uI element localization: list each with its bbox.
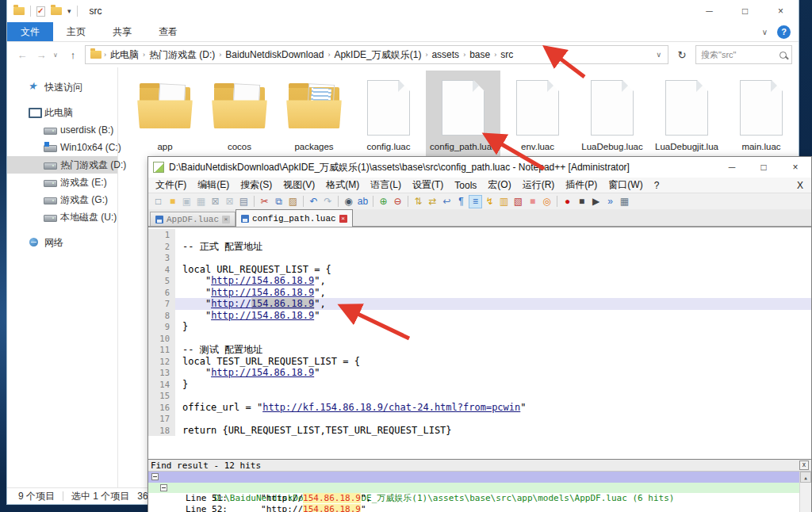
minimize-button[interactable]: ─ <box>691 0 727 22</box>
file-tile-main-luac[interactable]: main.luac <box>724 71 799 156</box>
search-input[interactable]: 搜索"src" <box>695 45 792 64</box>
close-doc-icon[interactable]: ⊠ <box>209 195 222 208</box>
code-line[interactable]: 4local URL_REQUEST_LIST = { <box>148 264 811 276</box>
code-line[interactable]: 15 <box>148 390 811 402</box>
up-button[interactable]: ↑ <box>66 49 80 61</box>
ribbon-collapse-icon[interactable]: ∨ <box>762 28 768 36</box>
word-wrap-icon[interactable]: ↩ <box>440 195 454 208</box>
code-line[interactable]: 6 "http://154.86.18.9", <box>148 287 811 299</box>
document-tab-config-path-luac[interactable]: config_path.luac× <box>236 209 353 227</box>
find-result-hit-line[interactable]: Line 52: "http://154.86.18.9" <box>148 504 811 512</box>
code-editor[interactable]: 12-- 正式 配置地址34local URL_REQUEST_LIST = {… <box>148 227 811 459</box>
cut-icon[interactable]: ✂ <box>258 195 271 208</box>
file-tile-app[interactable]: app <box>128 71 202 156</box>
sidebar-item-userdisk-b[interactable]: userdisk (B:) <box>7 121 117 139</box>
scroll-up-icon[interactable]: ▲ <box>800 472 811 483</box>
npp-maximize-button[interactable]: □ <box>748 157 779 178</box>
copy-icon[interactable]: ⧉ <box>272 195 285 208</box>
sidebar-item-network[interactable]: 网络 <box>7 234 117 251</box>
file-tile-cocos[interactable]: cocos <box>202 71 277 156</box>
doc-map-icon[interactable]: ▥ <box>497 195 511 208</box>
menu-item-format[interactable]: 格式(M) <box>320 178 365 192</box>
collapse-icon[interactable] <box>151 473 159 480</box>
tab-close-icon[interactable]: × <box>339 215 347 223</box>
close-button[interactable]: × <box>763 0 799 22</box>
qat-dropdown-icon[interactable]: ▾ <box>67 7 71 15</box>
sidebar-item-game-e[interactable]: 游戏盘 (E:) <box>7 174 117 191</box>
code-line[interactable]: 5 "http://154.86.18.9", <box>148 275 811 287</box>
paste-icon[interactable]: ▨ <box>286 195 300 208</box>
code-line[interactable]: 18return {URL_REQUEST_LIST,TEST_URL_REQU… <box>148 425 811 437</box>
find-result-close-icon[interactable]: x <box>799 460 809 470</box>
menu-item-view[interactable]: 视图(V) <box>278 178 320 192</box>
sidebar-item-this-pc[interactable]: 此电脑 <box>7 104 117 121</box>
breadcrumb-item[interactable]: base <box>466 49 493 60</box>
save-icon[interactable]: ▣ <box>180 195 193 208</box>
breadcrumb[interactable]: ›此电脑›热门游戏盘 (D:)›BaiduNetdiskDownload›Apk… <box>85 45 668 64</box>
zoom-out-icon[interactable]: ⊖ <box>391 195 404 208</box>
menu-item-help[interactable]: ? <box>649 180 665 191</box>
monitoring-icon[interactable]: ◎ <box>540 195 553 208</box>
search-icon[interactable] <box>779 52 787 59</box>
file-tile-luadebugjit-lua[interactable]: LuaDebugjit.lua <box>649 71 724 156</box>
code-line[interactable]: 10 <box>148 333 811 345</box>
menu-item-settings[interactable]: 设置(T) <box>407 178 449 192</box>
sidebar-item-local-u[interactable]: 本地磁盘 (U:) <box>7 208 117 226</box>
breadcrumb-item[interactable]: 热门游戏盘 (D:) <box>146 48 218 62</box>
macro-play-icon[interactable]: ▶ <box>589 195 603 208</box>
undo-icon[interactable]: ↶ <box>307 195 320 208</box>
tab-close-icon[interactable]: × <box>222 216 230 224</box>
help-button[interactable]: ? <box>777 25 791 39</box>
sidebar-item-hot-game-d[interactable]: 热门游戏盘 (D:) <box>7 156 117 174</box>
define-language-icon[interactable]: ↯ <box>483 195 496 208</box>
ribbon-tab-home[interactable]: 主页 <box>53 22 99 41</box>
code-line[interactable]: 3 <box>148 252 811 264</box>
menu-item-file[interactable]: 文件(F) <box>150 178 192 192</box>
menu-item-search[interactable]: 搜索(S) <box>235 178 278 192</box>
folder-workspace-icon[interactable]: ■ <box>526 195 539 208</box>
redo-icon[interactable]: ↷ <box>321 195 335 208</box>
breadcrumb-item[interactable]: 此电脑 <box>107 48 142 62</box>
replace-icon[interactable]: ab <box>356 195 370 208</box>
open-folder-icon[interactable]: ■ <box>166 195 179 208</box>
code-line[interactable]: 16office_url = "http://kf.154.86.18.9/ch… <box>148 402 811 414</box>
sync-horizontal-icon[interactable]: ⇄ <box>426 195 439 208</box>
find-icon[interactable]: ◉ <box>342 195 355 208</box>
menu-item-plugins[interactable]: 插件(P) <box>560 178 603 192</box>
menu-item-language[interactable]: 语言(L) <box>365 178 407 192</box>
menu-item-tools[interactable]: Tools <box>449 180 482 191</box>
code-line[interactable]: 8 "http://154.86.18.9" <box>148 310 811 322</box>
sidebar-item-quick-access[interactable]: 快速访问 <box>7 78 117 96</box>
code-line[interactable]: 11-- 测试 配置地址 <box>148 344 811 356</box>
address-dropdown-icon[interactable]: ∨ <box>653 51 665 59</box>
find-result-search-line[interactable]: Search "154.86.18.9" (12 hits in 2 files… <box>148 472 811 483</box>
code-line[interactable]: 9} <box>148 321 811 333</box>
new-folder-icon[interactable] <box>51 7 62 15</box>
code-line[interactable]: 13 "http://154.86.18.9" <box>148 367 811 379</box>
breadcrumb-item[interactable]: ApkIDE_万威娱乐(1) <box>331 48 424 62</box>
file-tile-luadebug-luac[interactable]: LuaDebug.luac <box>575 71 649 156</box>
breadcrumb-item[interactable]: assets <box>428 49 462 60</box>
ribbon-tab-file[interactable]: 文件 <box>7 22 53 41</box>
find-result-scrollbar[interactable]: ▲ <box>799 472 811 512</box>
show-all-chars-icon[interactable]: ¶ <box>454 195 468 208</box>
code-line[interactable]: 12local TEST_URL_REQUEST_LIST = { <box>148 356 811 368</box>
npp-close-button[interactable]: × <box>779 157 811 178</box>
file-tile-config-luac[interactable]: config.luac <box>351 71 426 156</box>
code-line[interactable]: 14} <box>148 379 811 391</box>
menu-item-edit[interactable]: 编辑(E) <box>192 178 235 192</box>
indent-guide-icon[interactable]: ≡ <box>469 195 482 208</box>
new-file-icon[interactable]: □ <box>151 195 165 208</box>
print-icon[interactable]: ▤ <box>237 195 251 208</box>
file-tile-packages[interactable]: packages <box>277 71 351 156</box>
npp-minimize-button[interactable]: ─ <box>716 157 748 178</box>
macro-record-icon[interactable]: ● <box>561 195 574 208</box>
code-line[interactable]: 7 "http://154.86.18.9", <box>148 298 811 310</box>
file-tile-config-path-luac[interactable]: config_path.luac <box>426 71 500 156</box>
save-all-icon[interactable]: ▦ <box>194 195 208 208</box>
ribbon-tab-view[interactable]: 查看 <box>145 22 191 41</box>
sidebar-item-game-g[interactable]: 游戏盘 (G:) <box>7 191 117 208</box>
function-list-icon[interactable]: ▧ <box>511 195 525 208</box>
collapse-icon[interactable] <box>160 484 167 491</box>
menu-item-window[interactable]: 窗口(W) <box>603 178 648 192</box>
